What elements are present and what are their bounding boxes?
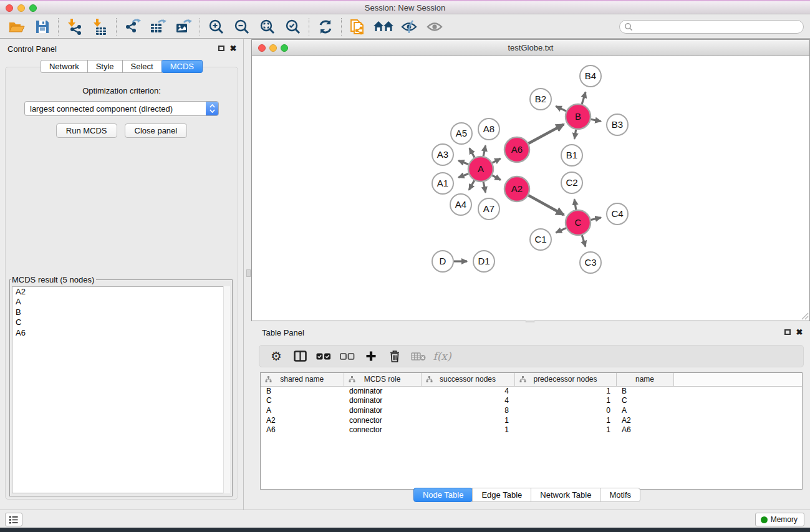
column-header-shared-name[interactable]: shared name xyxy=(261,373,344,386)
table-cell[interactable]: dominator xyxy=(344,386,421,396)
zoom-selected-button[interactable] xyxy=(280,17,306,37)
column-header-name[interactable]: name xyxy=(616,373,673,386)
table-cell[interactable]: dominator xyxy=(344,396,421,406)
result-list-item[interactable]: A6 xyxy=(12,328,229,338)
graph-edge-A2-C[interactable] xyxy=(528,195,564,215)
table-cell[interactable]: C xyxy=(616,396,673,406)
graph-edge-A-A1[interactable] xyxy=(458,173,468,177)
memory-button[interactable]: Memory xyxy=(755,513,804,526)
table-cell[interactable]: A6 xyxy=(616,425,673,435)
table-cell[interactable]: 0 xyxy=(514,405,616,415)
graph-node-B1[interactable]: B1 xyxy=(561,145,582,166)
run-mcds-button[interactable]: Run MCDS xyxy=(56,123,117,138)
graph-node-A7[interactable]: A7 xyxy=(478,198,499,220)
result-list-item[interactable]: A2 xyxy=(12,287,229,297)
search-input[interactable] xyxy=(635,21,803,32)
table-cell[interactable]: 1 xyxy=(514,425,616,435)
graph-edge-B-B2[interactable] xyxy=(556,106,566,111)
table-cell[interactable]: 4 xyxy=(421,396,514,406)
import-table-button[interactable] xyxy=(87,17,113,37)
table-cell[interactable]: A2 xyxy=(616,415,673,425)
tab-style[interactable]: Style xyxy=(87,60,123,73)
tab-motifs[interactable]: Motifs xyxy=(600,488,640,502)
table-cell[interactable]: C xyxy=(261,396,344,406)
graph-node-A3[interactable]: A3 xyxy=(432,144,453,165)
table-row[interactable]: A2connector11A2 xyxy=(261,415,802,425)
tab-edge-table[interactable]: Edge Table xyxy=(472,488,531,502)
table-cell[interactable]: B xyxy=(616,386,673,396)
zoom-fit-button[interactable] xyxy=(254,17,280,37)
zoom-out-button[interactable] xyxy=(229,17,254,37)
float-table-panel-button[interactable] xyxy=(783,328,792,336)
vertical-splitter-handle[interactable] xyxy=(246,269,251,277)
function-builder-button[interactable]: f(x) xyxy=(430,347,454,365)
open-session-button[interactable] xyxy=(4,17,29,37)
save-session-button[interactable] xyxy=(29,17,55,37)
table-cell[interactable]: connector xyxy=(344,415,421,425)
graph-node-A5[interactable]: A5 xyxy=(451,123,472,144)
export-table-button[interactable] xyxy=(145,17,171,37)
graph-node-C4[interactable]: C4 xyxy=(607,203,628,225)
graph-edge-C-C4[interactable] xyxy=(591,218,600,220)
graph-node-A6[interactable]: A6 xyxy=(504,137,529,162)
close-panel-button[interactable]: ✖ xyxy=(229,44,238,52)
graph-edge-A-A3[interactable] xyxy=(458,161,468,165)
graph-node-C1[interactable]: C1 xyxy=(530,229,551,250)
graph-node-D1[interactable]: D1 xyxy=(473,251,494,272)
graph-node-A1[interactable]: A1 xyxy=(432,173,453,194)
tab-node-table[interactable]: Node Table xyxy=(413,488,473,502)
graph-node-B[interactable]: B xyxy=(566,104,591,129)
graph-edge-C-C3[interactable] xyxy=(582,235,586,246)
graph-edge-C-C2[interactable] xyxy=(574,200,576,210)
zoom-in-button[interactable] xyxy=(203,17,229,37)
graph-node-B4[interactable]: B4 xyxy=(580,65,601,87)
create-column-button[interactable] xyxy=(359,347,383,365)
optimization-criterion-select[interactable]: largest connected component (directed) xyxy=(24,101,219,116)
column-header-successor-nodes[interactable]: successor nodes xyxy=(421,373,514,386)
graph-edge-A-A4[interactable] xyxy=(469,180,475,190)
hide-selected-button[interactable] xyxy=(396,17,422,37)
table-settings-button[interactable]: ⚙ xyxy=(264,347,288,365)
export-network-button[interactable] xyxy=(120,17,145,37)
task-history-button[interactable] xyxy=(5,513,22,526)
result-list-item[interactable]: A xyxy=(12,297,229,307)
deselect-all-rows-button[interactable] xyxy=(335,347,359,365)
table-cell[interactable]: 1 xyxy=(421,415,514,425)
table-cell[interactable]: A2 xyxy=(261,415,344,425)
graph-edge-A-A5[interactable] xyxy=(470,148,475,158)
graph-node-C2[interactable]: C2 xyxy=(561,172,582,193)
table-cell[interactable]: connector xyxy=(344,425,421,435)
export-image-button[interactable] xyxy=(171,17,196,37)
delete-table-button[interactable] xyxy=(407,347,430,365)
close-table-panel-button[interactable]: ✖ xyxy=(795,328,804,336)
graph-node-A[interactable]: A xyxy=(468,157,493,181)
graph-edge-B-B4[interactable] xyxy=(582,92,586,104)
graph-edge-A-A2[interactable] xyxy=(492,175,500,180)
table-cell[interactable]: A6 xyxy=(261,425,344,435)
tab-mcds[interactable]: MCDS xyxy=(162,60,203,73)
table-cell[interactable]: 1 xyxy=(514,386,616,396)
graph-edge-A-A7[interactable] xyxy=(483,182,485,193)
tab-select[interactable]: Select xyxy=(122,60,162,73)
delete-column-button[interactable] xyxy=(383,347,407,365)
graph-node-C3[interactable]: C3 xyxy=(580,252,601,273)
result-scrollbar[interactable] xyxy=(223,286,230,493)
table-row[interactable]: Cdominator41C xyxy=(261,396,802,406)
table-row[interactable]: A6connector11A6 xyxy=(261,425,802,435)
graph-node-A8[interactable]: A8 xyxy=(478,118,499,140)
float-panel-button[interactable] xyxy=(217,44,226,52)
result-list-item[interactable]: C xyxy=(12,317,229,327)
tab-network-table[interactable]: Network Table xyxy=(531,488,600,502)
table-cell[interactable]: 4 xyxy=(421,386,514,396)
graph-edge-B-B1[interactable] xyxy=(574,130,576,139)
graph-node-B2[interactable]: B2 xyxy=(530,89,551,110)
tab-network[interactable]: Network xyxy=(41,60,88,73)
network-canvas[interactable]: B4B2BB3A8A5A6A3B1AC2A1A2A4A7C4CC1C3DD1 xyxy=(252,57,809,321)
table-row[interactable]: Adominator80A xyxy=(261,405,802,415)
table-cell[interactable]: B xyxy=(261,386,344,396)
table-cell[interactable]: dominator xyxy=(344,405,421,415)
graph-node-D[interactable]: D xyxy=(432,251,453,272)
table-cell[interactable]: A xyxy=(261,405,344,415)
new-network-from-selection-button[interactable] xyxy=(345,17,370,37)
column-header-predecessor-nodes[interactable]: predecessor nodes xyxy=(514,373,616,386)
